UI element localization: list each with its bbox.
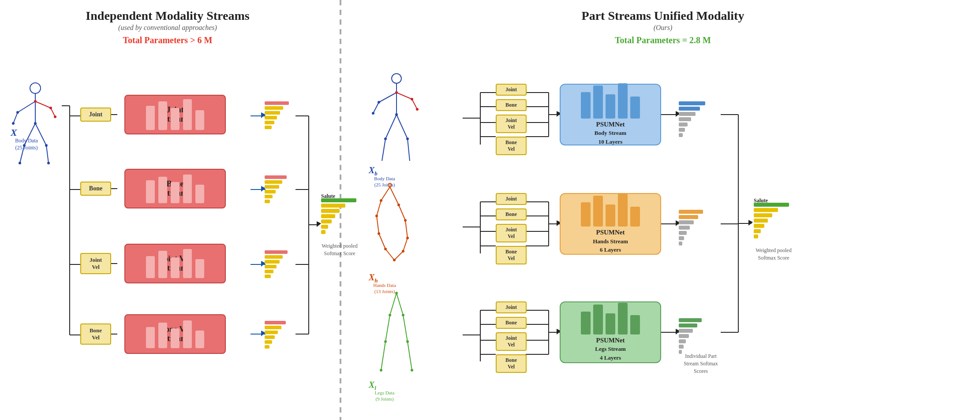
bone-stream-block: BoneStream bbox=[124, 169, 226, 208]
right-hands-figure bbox=[368, 181, 425, 269]
svg-line-136 bbox=[396, 293, 403, 315]
svg-point-110 bbox=[416, 108, 419, 111]
joint-score-bars bbox=[265, 101, 289, 129]
svg-line-124 bbox=[390, 187, 399, 205]
joint-stream-block: JointStream bbox=[124, 95, 226, 134]
svg-marker-95 bbox=[748, 220, 753, 226]
legs-bone-vel-box: BoneVel bbox=[496, 354, 527, 373]
svg-line-2 bbox=[18, 101, 35, 112]
svg-line-105 bbox=[408, 139, 410, 161]
left-panel: Independent Modality Streams (used by co… bbox=[0, 0, 335, 420]
bone-vel-modality-box: BoneVel bbox=[80, 323, 111, 345]
body-joint-box: Joint bbox=[496, 84, 527, 96]
legs-joint-vel-box: JointVel bbox=[496, 332, 527, 351]
svg-point-15 bbox=[54, 115, 56, 118]
left-body-data-label: Body Data(25 Joints) bbox=[4, 138, 49, 151]
right-body-skeleton bbox=[368, 71, 425, 172]
svg-line-100 bbox=[396, 93, 412, 99]
left-skeleton-figure bbox=[9, 79, 62, 167]
body-bone-vel-box: BoneVel bbox=[496, 137, 527, 155]
svg-line-123 bbox=[399, 205, 405, 220]
svg-point-129 bbox=[393, 259, 396, 261]
svg-point-132 bbox=[404, 219, 407, 222]
svg-line-119 bbox=[385, 249, 394, 260]
svg-point-146 bbox=[411, 369, 413, 372]
svg-point-126 bbox=[375, 215, 378, 217]
svg-line-139 bbox=[385, 315, 390, 342]
svg-point-109 bbox=[411, 98, 413, 100]
legs-psumnet-title: PSUMNetLegs Stream4 Layers bbox=[595, 336, 625, 362]
svg-point-17 bbox=[19, 162, 21, 164]
legs-joint-box: Joint bbox=[496, 301, 527, 313]
svg-point-106 bbox=[395, 91, 398, 94]
right-subtitle: (Ours) bbox=[346, 24, 980, 32]
bone-modality-box: Bone bbox=[80, 182, 111, 196]
right-salute-chart bbox=[754, 203, 789, 238]
svg-line-3 bbox=[13, 112, 18, 123]
svg-point-114 bbox=[388, 183, 392, 187]
svg-point-108 bbox=[372, 112, 374, 115]
hands-joint-box: Joint bbox=[496, 193, 527, 205]
svg-line-115 bbox=[381, 187, 390, 201]
hands-bone-box: Bone bbox=[496, 208, 527, 220]
left-main-connector bbox=[0, 9, 335, 420]
svg-marker-44 bbox=[317, 221, 321, 227]
hands-psumnet-title: PSUMNetHands Stream6 Layers bbox=[593, 228, 628, 254]
main-container: Independent Modality Streams (used by co… bbox=[0, 0, 980, 420]
svg-line-122 bbox=[405, 220, 408, 238]
svg-point-130 bbox=[402, 250, 404, 253]
legs-bone-box: Bone bbox=[496, 317, 527, 329]
svg-point-12 bbox=[16, 111, 19, 114]
svg-point-0 bbox=[30, 83, 41, 93]
svg-point-107 bbox=[378, 101, 380, 104]
body-bone-box: Bone bbox=[496, 99, 527, 111]
svg-line-121 bbox=[403, 238, 408, 251]
svg-line-120 bbox=[394, 251, 403, 260]
svg-point-96 bbox=[392, 74, 401, 83]
legs-modality-stack: Joint Bone JointVel BoneVel bbox=[496, 301, 527, 373]
joint-vel-score-bars bbox=[265, 250, 288, 278]
svg-point-133 bbox=[397, 204, 400, 206]
svg-line-140 bbox=[403, 315, 408, 342]
svg-line-116 bbox=[377, 201, 381, 216]
bone-stream-row: Bone BoneStream bbox=[80, 169, 226, 208]
svg-line-135 bbox=[390, 293, 396, 315]
bone-score-bars bbox=[265, 175, 287, 203]
svg-point-13 bbox=[12, 122, 15, 125]
body-modality-stack: Joint Bone JointVel BoneVel bbox=[496, 84, 527, 155]
hands-score-bars bbox=[679, 210, 703, 245]
hands-modality-stack: Joint Bone JointVel BoneVel bbox=[496, 193, 527, 264]
svg-line-144 bbox=[408, 342, 412, 370]
right-total-params: Total Parameters = 2.8 M bbox=[346, 35, 980, 45]
left-subtitle: (used by conventional approaches) bbox=[0, 24, 335, 32]
left-x-label: X bbox=[11, 127, 17, 138]
svg-point-125 bbox=[380, 199, 382, 202]
svg-point-131 bbox=[406, 237, 409, 239]
svg-line-103 bbox=[382, 139, 385, 161]
right-salute-label: Salute bbox=[754, 197, 768, 204]
right-legs-data-label: Legs Data(9 Joints) bbox=[363, 390, 407, 402]
svg-point-11 bbox=[34, 122, 37, 125]
svg-line-5 bbox=[51, 108, 55, 117]
body-score-bars bbox=[679, 101, 705, 137]
joint-vel-modality-box: JointVel bbox=[80, 253, 111, 274]
svg-line-99 bbox=[373, 102, 379, 113]
svg-line-102 bbox=[385, 115, 396, 139]
svg-point-10 bbox=[34, 100, 37, 103]
svg-point-127 bbox=[378, 232, 380, 235]
svg-point-14 bbox=[49, 107, 52, 109]
svg-point-111 bbox=[395, 113, 398, 116]
left-title: Independent Modality Streams bbox=[0, 9, 335, 23]
body-psumnet-title: PSUMNetBody Stream10 Layers bbox=[595, 120, 626, 146]
joint-vel-stream-block: Joint VelStream bbox=[124, 244, 226, 283]
right-title: Part Streams Unified Modality bbox=[346, 9, 980, 23]
svg-point-112 bbox=[384, 138, 387, 140]
joint-modality-box: Joint bbox=[80, 108, 111, 122]
hands-joint-vel-box: JointVel bbox=[496, 224, 527, 242]
right-legs-figure bbox=[372, 289, 421, 377]
right-individual-label: Individual PartStream SoftmaxScores bbox=[672, 353, 729, 375]
hands-bone-vel-box: BoneVel bbox=[496, 246, 527, 264]
body-joint-vel-box: JointVel bbox=[496, 115, 527, 133]
svg-point-128 bbox=[384, 248, 387, 250]
body-psumnet: PSUMNetBody Stream10 Layers bbox=[560, 84, 661, 145]
